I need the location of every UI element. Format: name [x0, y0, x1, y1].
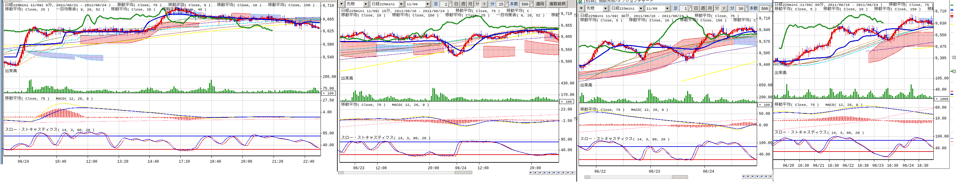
svg-text:( Close, 25 ): ( Close, 25 ) [21, 8, 56, 11]
svg-text:9,440: 9,440 [759, 63, 770, 67]
svg-text:20:00: 20:00 [428, 166, 439, 170]
svg-text:225mini 11/09( 5: 225mini 11/09( 5 [13, 3, 48, 7]
svg-text:( Close, 150 ): ( Close, 150 ) [408, 13, 445, 17]
svg-text:( Close, 75 ) MACD( 12, 26,: ( Close, 75 ) MACD( 12, 26, 9 ) [791, 103, 862, 107]
svg-text:27.50: 27.50 [323, 98, 334, 103]
svg-text:225mini 11/09( 15: 225mini 11/09( 15 [349, 9, 386, 13]
svg-text:18:40: 18:40 [210, 160, 221, 164]
svg-text:9,710: 9,710 [323, 4, 334, 8]
svg-text:( Close, 5 ): ( Close, 5 ) [597, 18, 629, 22]
svg-text:( Close, 10 ): ( Close, 10 ) [233, 3, 268, 7]
svg-text:16:30: 16:30 [887, 163, 898, 168]
svg-text:9,655: 9,655 [561, 24, 572, 28]
svg-text:06/22: 06/22 [595, 170, 606, 174]
svg-text:( Close, 75 ) MACD( 12, 26,: ( Close, 75 ) MACD( 12, 26, 9 ) [21, 97, 93, 101]
svg-text:9,630: 9,630 [935, 21, 947, 26]
svg-text:( 14, 3, 80, 20 ): ( 14, 3, 80, 20 ) [633, 137, 670, 141]
svg-text:×: × [561, 100, 563, 104]
svg-text:9,710: 9,710 [561, 12, 572, 16]
svg-text:( 14, 3, 80, 20 ): ( 14, 3, 80, 20 ) [57, 128, 94, 132]
svg-text:06/23: 06/23 [649, 170, 660, 174]
svg-text:06/24: 06/24 [18, 160, 29, 164]
svg-text:16:30: 16:30 [858, 163, 869, 168]
svg-text:15: 15 [499, 3, 503, 7]
svg-text:( 14, 3, 80, 20 ): ( 14, 3, 80, 20 ) [827, 131, 864, 135]
svg-text:/: / [615, 0, 617, 3]
svg-text:( Close, 10 ): ( Close, 10 ) [357, 13, 392, 17]
svg-text:12:00: 12:00 [86, 160, 97, 164]
svg-text:11/09: 11/09 [646, 6, 657, 11]
svg-text:20:00: 20:00 [530, 166, 541, 170]
svg-text:( 9, 26, 52 ): ( 9, 26, 52 ) [516, 13, 551, 17]
svg-text:60.00: 60.00 [935, 106, 947, 110]
svg-text:( Close, 5 ): ( Close, 5 ) [791, 7, 823, 11]
svg-text:95.00: 95.00 [561, 138, 572, 142]
svg-text:30: 30 [739, 7, 743, 11]
svg-text:225mini: 225mini [619, 6, 635, 11]
svg-text:06/23: 06/23 [872, 163, 884, 168]
svg-text:12:00: 12:00 [477, 166, 489, 170]
svg-text:9,605: 9,605 [561, 35, 572, 39]
svg-text:9,395: 9,395 [935, 56, 947, 60]
svg-text:( Close, 150 ): ( Close, 150 ) [284, 3, 315, 7]
svg-text:10.00: 10.00 [935, 116, 947, 121]
svg-text:40.00: 40.00 [935, 146, 947, 151]
svg-text:( Close, 75 ): ( Close, 75 ) [905, 3, 933, 7]
svg-text:06/22: 06/22 [843, 163, 854, 168]
svg-text:( Close, 75 ): ( Close, 75 ) [134, 3, 168, 7]
svg-text:9,665: 9,665 [323, 17, 334, 22]
svg-text:12:00: 12:00 [375, 166, 387, 170]
svg-text:( Close, 40 ): ( Close, 40 ) [178, 8, 207, 11]
svg-text:06/24: 06/24 [703, 170, 714, 174]
svg-text:9,640: 9,640 [759, 28, 770, 32]
svg-text:-2.50: -2.50 [561, 119, 572, 123]
svg-text:16:30: 16:30 [828, 163, 839, 168]
svg-text:, 2011/06/16 - 2011/06/24 ): , 2011/06/16 - 2011/06/24 ) [390, 9, 455, 13]
svg-text:23.00: 23.00 [561, 108, 572, 112]
svg-text:9,475: 9,475 [935, 45, 947, 49]
svg-text:20:00: 20:00 [241, 160, 252, 164]
svg-text:17:20: 17:20 [179, 160, 190, 164]
svg-text:40.00: 40.00 [759, 152, 770, 157]
svg-text:9,580: 9,580 [323, 43, 334, 47]
svg-text:100: 100 [764, 103, 770, 107]
svg-text:9,625: 9,625 [323, 29, 334, 33]
svg-text:170.00: 170.00 [561, 93, 574, 97]
svg-text:9,505: 9,505 [759, 51, 770, 55]
svg-text:06/24: 06/24 [903, 163, 914, 168]
svg-text:9,540: 9,540 [323, 55, 334, 60]
svg-text:225mini: 225mini [380, 2, 395, 6]
svg-text:40.00: 40.00 [323, 143, 334, 147]
svg-text:4.00: 4.00 [323, 110, 332, 114]
svg-text:×: × [935, 97, 938, 101]
svg-text:1: 1 [685, 7, 687, 11]
svg-text:105.00: 105.00 [935, 76, 948, 81]
svg-text:9,500: 9,500 [561, 60, 572, 64]
svg-text:40.00: 40.00 [935, 87, 947, 92]
svg-text:, 2011/06/16 - 2011/06/24 ): , 2011/06/16 - 2011/06/24 ) [824, 3, 889, 7]
svg-text:, 2011/06/16 - 2011/06/24 ): , 2011/06/16 - 2011/06/24 ) [629, 14, 695, 18]
svg-text:11/09: 11/09 [407, 2, 418, 6]
svg-text:21:20: 21:20 [272, 160, 283, 164]
svg-text:( Close, 75 ) MACD( 12, 26,: ( Close, 75 ) MACD( 12, 26, 9 ) [597, 108, 668, 112]
svg-text:0.00: 0.00 [759, 123, 768, 128]
svg-text:40.00: 40.00 [561, 148, 572, 152]
svg-text:10:40: 10:40 [55, 160, 66, 164]
svg-text:×: × [759, 103, 761, 107]
svg-text:( 14, 3, 80, 20 ): ( 14, 3, 80, 20 ) [394, 136, 431, 140]
svg-text:06/21: 06/21 [813, 163, 824, 168]
svg-text:( Close, 10 ): ( Close, 10 ) [840, 7, 874, 11]
svg-text:225mini 11/09( 30: 225mini 11/09( 30 [588, 14, 625, 18]
svg-text:16:30: 16:30 [917, 163, 928, 168]
svg-text:9,710: 9,710 [935, 10, 947, 14]
svg-text:( Close, 5 ): ( Close, 5 ) [185, 3, 217, 7]
svg-text:06/20: 06/20 [783, 163, 794, 168]
svg-text:, 2011/06/21 - 2011/06/24 ): , 2011/06/21 - 2011/06/24 ) [52, 3, 117, 7]
svg-text:225mini 11/09( 60: 225mini 11/09( 60 [783, 3, 819, 7]
svg-text:100.00: 100.00 [935, 135, 948, 139]
svg-text:14:40: 14:40 [148, 160, 159, 164]
svg-text:100.00: 100.00 [759, 141, 772, 145]
svg-text:430.00: 430.00 [561, 81, 574, 86]
svg-text:06/24: 06/24 [455, 166, 466, 170]
svg-text:500: 500 [761, 7, 768, 11]
